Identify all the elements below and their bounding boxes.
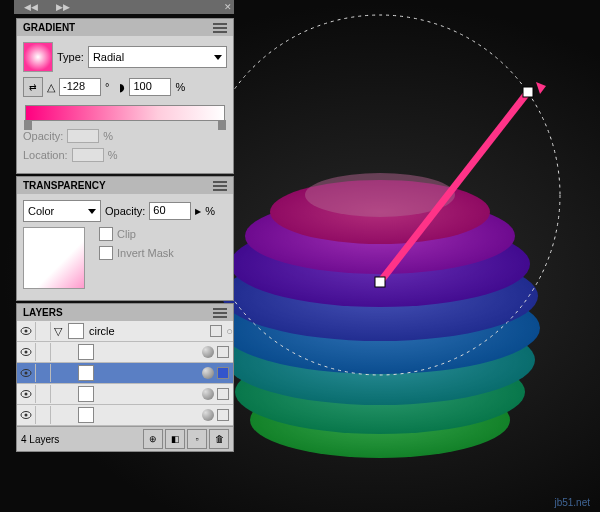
visibility-icon[interactable] bbox=[17, 322, 36, 340]
gradient-slider[interactable] bbox=[25, 105, 225, 121]
delete-icon[interactable]: 🗑 bbox=[209, 429, 229, 449]
ratio-input[interactable]: 100 bbox=[129, 78, 171, 96]
invert-checkbox[interactable] bbox=[99, 246, 113, 260]
angle-icon: △ bbox=[47, 81, 55, 94]
target-icon[interactable] bbox=[202, 409, 214, 421]
trans-opacity-label: Opacity: bbox=[105, 205, 145, 217]
svg-point-23 bbox=[25, 414, 28, 417]
visibility-icon[interactable] bbox=[17, 385, 36, 403]
new-layer-icon[interactable]: ▫ bbox=[187, 429, 207, 449]
aspect-icon: ◗ bbox=[119, 81, 125, 94]
new-sublayer-icon[interactable]: ◧ bbox=[165, 429, 185, 449]
watermark: jb51.net bbox=[554, 497, 590, 508]
visibility-icon[interactable] bbox=[17, 364, 36, 382]
location-slider bbox=[72, 148, 104, 162]
svg-point-19 bbox=[25, 372, 28, 375]
layers-count: 4 Layers bbox=[21, 434, 59, 445]
layer-row[interactable] bbox=[17, 405, 233, 426]
transparency-thumbnail[interactable] bbox=[23, 227, 85, 289]
layer-row[interactable] bbox=[17, 363, 233, 384]
panel-menu-icon[interactable] bbox=[213, 181, 227, 191]
gradient-type-dropdown[interactable]: Radial bbox=[88, 46, 227, 68]
svg-point-21 bbox=[25, 393, 28, 396]
layers-title: LAYERS bbox=[23, 307, 63, 318]
transparency-title: TRANSPARENCY bbox=[23, 180, 106, 191]
type-label: Type: bbox=[57, 51, 84, 63]
layer-row[interactable] bbox=[17, 342, 233, 363]
angle-input[interactable]: -128 bbox=[59, 78, 101, 96]
transparency-panel: TRANSPARENCY Color Opacity: 60 ▶% Clip I… bbox=[16, 176, 234, 301]
gradient-panel: GRADIENT Type: Radial ⇄ △ -128° ◗ 100% O… bbox=[16, 18, 234, 174]
opacity-label: Opacity: bbox=[23, 130, 63, 142]
visibility-icon[interactable] bbox=[17, 406, 36, 424]
target-icon[interactable] bbox=[202, 367, 214, 379]
svg-rect-11 bbox=[375, 277, 385, 287]
svg-marker-13 bbox=[536, 82, 546, 94]
layer-row[interactable]: ▽ circle ○ bbox=[17, 321, 233, 342]
gradient-swatch[interactable] bbox=[23, 42, 53, 72]
gradient-title: GRADIENT bbox=[23, 22, 75, 33]
tab-collapse[interactable]: ◀◀ bbox=[24, 2, 38, 12]
layer-row[interactable] bbox=[17, 384, 233, 405]
layers-panel: LAYERS ▽ circle ○ 4 Layers ⊕ ◧ ▫ 🗑 bbox=[16, 303, 234, 452]
panel-menu-icon[interactable] bbox=[213, 308, 227, 318]
target-icon[interactable] bbox=[202, 388, 214, 400]
svg-rect-12 bbox=[523, 87, 533, 97]
trans-opacity-input[interactable]: 60 bbox=[149, 202, 191, 220]
tab-expand[interactable]: ▶▶ bbox=[56, 2, 70, 12]
panel-menu-icon[interactable] bbox=[213, 23, 227, 33]
opacity-slider bbox=[67, 129, 99, 143]
reverse-gradient-icon[interactable]: ⇄ bbox=[23, 77, 43, 97]
location-label: Location: bbox=[23, 149, 68, 161]
svg-point-15 bbox=[25, 330, 28, 333]
target-icon[interactable] bbox=[202, 346, 214, 358]
blend-mode-dropdown[interactable]: Color bbox=[23, 200, 101, 222]
visibility-icon[interactable] bbox=[17, 343, 36, 361]
svg-point-17 bbox=[25, 351, 28, 354]
clip-checkbox[interactable] bbox=[99, 227, 113, 241]
close-icon[interactable]: ✕ bbox=[224, 2, 232, 12]
locate-icon[interactable]: ⊕ bbox=[143, 429, 163, 449]
